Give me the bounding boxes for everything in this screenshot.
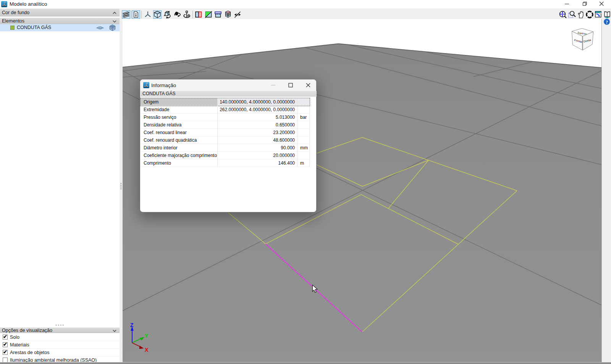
svg-text:?: ? <box>606 19 608 25</box>
svg-text:Z: Z <box>130 322 134 328</box>
svg-text:X: X <box>145 347 149 353</box>
svg-text:Y: Y <box>145 333 149 339</box>
